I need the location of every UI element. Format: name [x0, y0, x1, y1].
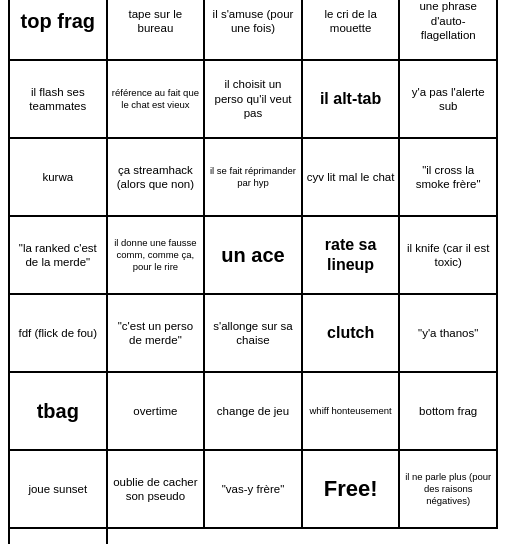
bingo-cell-28: whiff honteusement [303, 373, 401, 451]
bingo-board: BINGO top fragtape sur le bureauil s'amu… [8, 0, 498, 544]
bingo-cell-25: tbag [10, 373, 108, 451]
bingo-cell-19: il knife (car il est toxic) [400, 217, 498, 295]
bingo-cell-11: ça streamhack (alors que non) [108, 139, 206, 217]
bingo-grid: top fragtape sur le bureauil s'amuse (po… [8, 0, 498, 544]
bingo-cell-17: un ace [205, 217, 303, 295]
bingo-cell-22: s'allonge sur sa chaise [205, 295, 303, 373]
bingo-cell-7: il choisit un perso qu'il veut pas [205, 61, 303, 139]
bingo-cell-31: oublie de cacher son pseudo [108, 451, 206, 529]
bingo-cell-32: "vas-y frère" [205, 451, 303, 529]
bingo-cell-12: il se fait réprimander par hyp [205, 139, 303, 217]
bingo-cell-23: clutch [303, 295, 401, 373]
bingo-cell-10: kurwa [10, 139, 108, 217]
bingo-cell-18: rate sa lineup [303, 217, 401, 295]
bingo-cell-29: bottom frag [400, 373, 498, 451]
bingo-cell-5: il flash ses teammates [10, 61, 108, 139]
bingo-cell-3: le cri de la mouette [303, 0, 401, 61]
bingo-cell-30: joue sunset [10, 451, 108, 529]
bingo-cell-20: fdf (flick de fou) [10, 295, 108, 373]
bingo-cell-2: il s'amuse (pour une fois) [205, 0, 303, 61]
bingo-cell-8: il alt-tab [303, 61, 401, 139]
bingo-cell-9: y'a pas l'alerte sub [400, 61, 498, 139]
bingo-cell-15: "la ranked c'est de la merde" [10, 217, 108, 295]
bingo-cell-33: Free! [303, 451, 401, 529]
bingo-cell-6: référence au fait que le chat est vieux [108, 61, 206, 139]
bingo-cell-14: "il cross la smoke frère" [400, 139, 498, 217]
bingo-cell-24: "y'a thanos" [400, 295, 498, 373]
bingo-cell-16: il donne une fausse comm, comme ça, pour… [108, 217, 206, 295]
bingo-cell-34: il ne parle plus (pour des raisons négat… [400, 451, 498, 529]
bingo-cell-35: fini mvp [10, 529, 108, 544]
bingo-cell-26: overtime [108, 373, 206, 451]
bingo-cell-1: tape sur le bureau [108, 0, 206, 61]
bingo-cell-21: "c'est un perso de merde" [108, 295, 206, 373]
bingo-cell-0: top frag [10, 0, 108, 61]
bingo-cell-4: une phrase d'auto-flagellation [400, 0, 498, 61]
bingo-cell-27: change de jeu [205, 373, 303, 451]
bingo-cell-13: cyv lit mal le chat [303, 139, 401, 217]
